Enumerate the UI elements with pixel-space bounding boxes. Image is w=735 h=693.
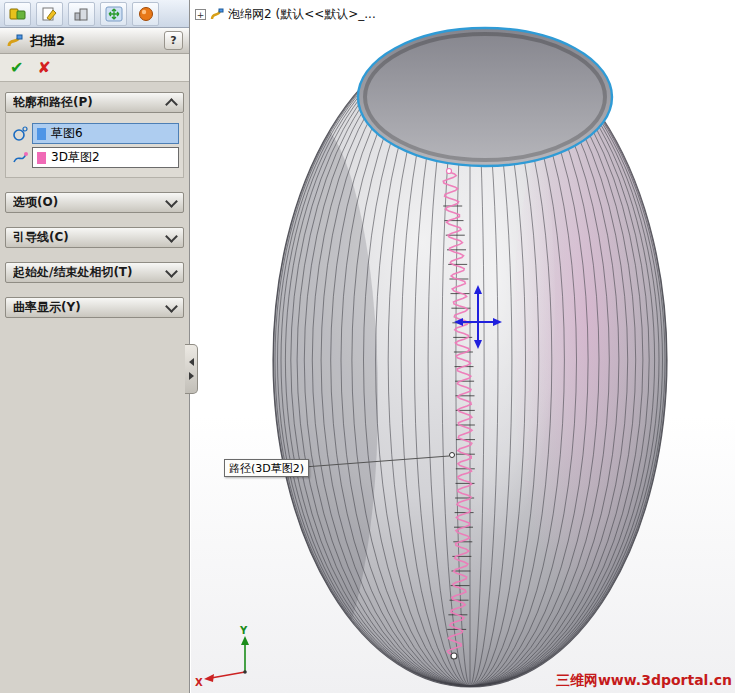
watermark-text: 三维网www.3dportal.cn: [556, 672, 732, 690]
chevron-up-icon: [165, 98, 178, 111]
chevron-down-icon: [165, 195, 178, 208]
confirm-bar: ✔ ✘: [0, 54, 189, 82]
path-tooltip: 路径(3D草图2): [224, 459, 309, 477]
path-icon: [8, 149, 32, 166]
dimxpertmanager-tab[interactable]: [100, 2, 127, 26]
breadcrumb-text: 泡绵网2 (默认<<默认>_...: [228, 6, 376, 23]
profile-icon: [8, 125, 32, 142]
path-row: 3D草图2: [8, 147, 179, 168]
profile-value: 草图6: [51, 125, 83, 142]
configurationmanager-tab[interactable]: [68, 2, 95, 26]
group-label: 轮廓和路径(P): [13, 94, 167, 111]
path-selection-box[interactable]: 3D草图2: [32, 147, 179, 168]
chevron-down-icon: [165, 265, 178, 278]
profile-path-content: 草图6 3D草图2: [5, 113, 184, 178]
feature-breadcrumb: + 泡绵网2 (默认<<默认>_...: [195, 6, 376, 23]
propertymanager-icon: [41, 6, 59, 22]
egg-opening[interactable]: [358, 28, 612, 166]
graphics-viewport[interactable]: X Y + 泡绵网2 (默认<<默认>_... 路径(3D草图2) 三维网www…: [191, 0, 735, 693]
chevron-down-icon: [165, 300, 178, 313]
group-curvature-display: 曲率显示(Y): [5, 297, 184, 318]
expand-right-icon: [189, 372, 194, 380]
displaymanager-tab[interactable]: [132, 2, 159, 26]
group-label: 引导线(C): [13, 229, 167, 246]
origin-triad: X Y: [195, 625, 249, 688]
collapse-left-icon: [189, 358, 194, 366]
group-label: 曲率显示(Y): [13, 299, 167, 316]
help-button[interactable]: ?: [164, 31, 183, 50]
group-options: 选项(O): [5, 192, 184, 213]
sweep-feature-mini-icon: [210, 8, 224, 21]
ok-button[interactable]: ✔: [10, 60, 23, 76]
3d-scene[interactable]: X Y: [191, 0, 735, 693]
profile-row: 草图6: [8, 123, 179, 144]
profile-selection-box[interactable]: 草图6: [32, 123, 179, 144]
group-profile-and-path: 轮廓和路径(P) 草图6: [5, 92, 184, 178]
group-start-end-tangency: 起始处/结束处相切(T): [5, 262, 184, 283]
propertymanager-tab[interactable]: [36, 2, 63, 26]
feature-title: 扫描2: [30, 32, 164, 50]
path-select-point[interactable]: [450, 453, 455, 458]
featuremanager-icon: [9, 6, 27, 22]
profile-swatch: [37, 128, 46, 140]
featuremanager-tree-tab[interactable]: [4, 2, 31, 26]
sweep-feature-icon: [6, 33, 24, 49]
path-value: 3D草图2: [51, 149, 100, 166]
group-header-start-end-tangency[interactable]: 起始处/结束处相切(T): [5, 262, 184, 283]
solidworks-window: 扫描2 ? ✔ ✘ 轮廓和路径(P): [0, 0, 735, 693]
configurationmanager-icon: [73, 6, 91, 22]
tree-expander[interactable]: +: [195, 9, 206, 20]
propertymanager-body: 轮廓和路径(P) 草图6: [0, 82, 189, 342]
panel-splitter-handle[interactable]: [185, 344, 198, 394]
group-header-options[interactable]: 选项(O): [5, 192, 184, 213]
group-header-guide-curves[interactable]: 引导线(C): [5, 227, 184, 248]
dimxpert-icon: [105, 6, 123, 22]
manager-tab-bar: [0, 0, 189, 28]
property-manager-panel: 扫描2 ? ✔ ✘ 轮廓和路径(P): [0, 0, 190, 693]
group-label: 起始处/结束处相切(T): [13, 264, 167, 281]
chevron-down-icon: [165, 230, 178, 243]
axis-y-label: Y: [239, 625, 248, 636]
cancel-button[interactable]: ✘: [37, 60, 50, 76]
group-guide-curves: 引导线(C): [5, 227, 184, 248]
group-label: 选项(O): [13, 194, 167, 211]
group-header-curvature-display[interactable]: 曲率显示(Y): [5, 297, 184, 318]
feature-title-bar: 扫描2 ?: [0, 28, 189, 54]
group-header-profile-and-path[interactable]: 轮廓和路径(P): [5, 92, 184, 113]
display-sphere-icon: [137, 6, 155, 22]
axis-x-label: X: [195, 677, 203, 688]
path-swatch: [37, 152, 46, 164]
